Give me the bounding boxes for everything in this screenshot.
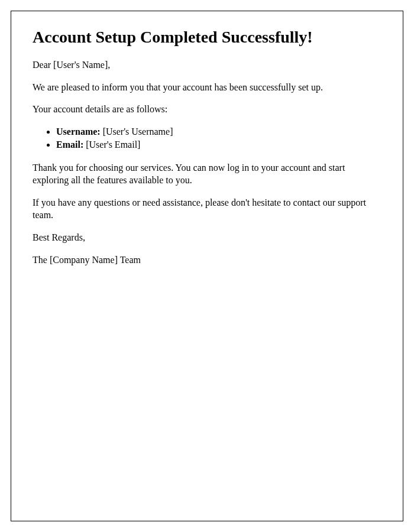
email-label: Email: bbox=[56, 140, 83, 150]
document-page: Account Setup Completed Successfully! De… bbox=[11, 11, 403, 521]
greeting-line: Dear [User's Name], bbox=[33, 59, 381, 72]
username-value: [User's Username] bbox=[101, 126, 173, 137]
username-label: Username: bbox=[56, 126, 101, 137]
page-title: Account Setup Completed Successfully! bbox=[33, 28, 381, 47]
email-value: [User's Email] bbox=[83, 140, 140, 150]
details-intro: Your account details are as follows: bbox=[33, 103, 381, 116]
account-details-list: Username: [User's Username] Email: [User… bbox=[56, 125, 381, 152]
intro-paragraph: We are pleased to inform you that your a… bbox=[33, 81, 381, 94]
thankyou-paragraph: Thank you for choosing our services. You… bbox=[33, 161, 381, 187]
list-item: Email: [User's Email] bbox=[56, 138, 381, 151]
signoff-line: Best Regards, bbox=[33, 231, 381, 244]
support-paragraph: If you have any questions or need assist… bbox=[33, 196, 381, 222]
team-line: The [Company Name] Team bbox=[33, 254, 381, 267]
list-item: Username: [User's Username] bbox=[56, 125, 381, 138]
